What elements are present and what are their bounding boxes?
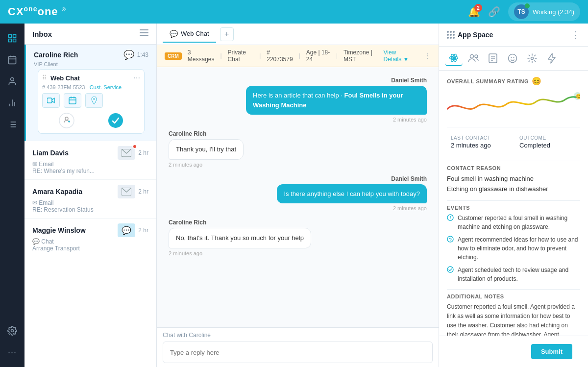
message-bubble-4: No, that's it. Thank you so much for you…	[169, 228, 311, 248]
inbox-menu-icon[interactable]	[140, 29, 148, 38]
mood-icon: 😊	[532, 76, 542, 86]
app-tab-atom[interactable]	[445, 50, 463, 66]
schedule-action[interactable]	[64, 93, 81, 108]
contact-time-maggie: 2 hr	[138, 227, 148, 234]
chat-tab-label: Web Chat	[181, 30, 209, 37]
message-bubble-3: Is there anything else I can help you wi…	[277, 184, 427, 204]
svg-rect-19	[140, 29, 148, 30]
event-item-1: Customer reported a foul smell in washin…	[447, 214, 580, 231]
sidebar-item-person[interactable]	[3, 73, 21, 90]
view-details-link[interactable]: View Details ▼	[384, 49, 415, 63]
inbox-item-amara[interactable]: Amara Kapadia 2 hr ✉ Email RE: Reservati…	[24, 180, 156, 219]
sidebar-item-list[interactable]	[3, 116, 21, 133]
event-text-1: Customer reported a foul smell in washin…	[458, 214, 580, 231]
sidebar-item-more[interactable]: ···	[3, 343, 21, 361]
top-nav: CXoneone ® 🔔 2 🔗 TS Working (2:34)	[0, 0, 588, 24]
message-sender-4: Caroline Rich	[169, 219, 206, 226]
contact-reason-section: CONTACT REASON Foul smell in washing mac…	[447, 165, 580, 195]
app-space-content: OVERALL SUMMARY RATING 😊	[439, 71, 588, 336]
message-sender-2: Caroline Rich	[169, 130, 206, 137]
event-icon-3	[447, 266, 454, 274]
chat-input-area: Chat with Caroline	[157, 327, 439, 367]
sidebar-item-calendar[interactable]	[3, 51, 21, 69]
video-action[interactable]	[42, 93, 60, 108]
link-button[interactable]: 🔗	[488, 6, 500, 18]
contact-subtitle-maggie: 💬 Chat	[32, 238, 148, 245]
messages-count: 3 Messages	[188, 49, 215, 63]
event-item-3: Agent scheduled tech to review usage and…	[447, 266, 580, 283]
svg-point-39	[470, 55, 474, 58]
app-tab-smile[interactable]	[504, 50, 521, 66]
sidebar-item-home[interactable]	[3, 29, 21, 47]
sub-contact-tag: Cust. Service	[90, 84, 122, 90]
web-chat-sub: ⠿ Web Chat ··· # 439-23FM-5523 Cust. Ser…	[38, 69, 145, 134]
contact-time-amara: 2 hr	[138, 188, 148, 195]
message-group-4: Caroline Rich No, that's it. Thank you s…	[169, 219, 427, 256]
agent-status[interactable]: TS Working (2:34)	[508, 2, 580, 21]
drag-handle: ⠿	[42, 74, 47, 81]
app-tab-lightning[interactable]	[543, 50, 561, 66]
app-space-tabs	[439, 47, 588, 71]
event-text-2: Agent recommended ideas for how to use a…	[458, 235, 580, 262]
summary-label: OVERALL SUMMARY RATING 😊	[447, 76, 580, 86]
case-number: # 22073579	[267, 49, 293, 63]
assign-button[interactable]	[49, 112, 84, 129]
contact-name-liam: Liam Davis	[32, 149, 69, 157]
svg-point-48	[531, 57, 534, 60]
sidebar-item-settings[interactable]	[3, 322, 21, 340]
message-bubble-2: Thank you, I'll try that	[169, 139, 244, 160]
crm-badge: CRM	[165, 52, 182, 60]
sidebar-item-chart[interactable]	[3, 94, 21, 112]
event-icon-2	[447, 236, 454, 244]
svg-point-55	[450, 240, 450, 241]
private-chat: Private Chat	[228, 49, 254, 63]
add-tab-button[interactable]: +	[220, 27, 234, 41]
chat-messages: Daniel Smith Here is an article that can…	[157, 67, 439, 327]
notification-button[interactable]: 🔔 2	[468, 6, 480, 18]
app-tab-people[interactable]	[465, 50, 482, 66]
event-item-2: Agent recommended ideas for how to use a…	[447, 235, 580, 262]
contact-message-maggie: Arrange Transport	[32, 245, 148, 252]
svg-point-28	[65, 117, 68, 120]
chat-area: 💬 Web Chat + CRM 3 Messages | Private Ch…	[157, 24, 439, 367]
chat-tab-icon: 💬	[170, 30, 178, 38]
divider-4	[447, 289, 580, 290]
submit-button[interactable]: Submit	[531, 344, 572, 359]
svg-rect-23	[69, 98, 76, 104]
app-space-more-icon[interactable]: ⋮	[571, 29, 580, 40]
chat-input[interactable]	[163, 342, 433, 363]
message-time-4: 2 minutes ago	[169, 250, 202, 256]
inbox-item-liam[interactable]: Liam Davis 2 hr ✉ Email RE: Where's my r…	[24, 141, 156, 180]
message-time-3: 2 minutes ago	[393, 205, 427, 211]
tab-webchat[interactable]: 💬 Web Chat	[163, 26, 216, 43]
inbox-panel: Inbox Caroline Rich 💬 1:43 VIP Client	[24, 24, 157, 367]
svg-point-47	[514, 57, 514, 58]
events-section: EVENTS Customer reported a foul smell in…	[447, 205, 580, 283]
chat-more-icon[interactable]: ⋮	[425, 52, 431, 59]
accept-button[interactable]	[98, 112, 133, 129]
contact-message-liam: RE: Where's my refun...	[32, 168, 148, 174]
outcome-card: OUTCOME Completed	[515, 131, 580, 153]
inbox-item-maggie[interactable]: Maggie Winslow 💬 2 hr 💬 Chat Arrange Tra…	[24, 219, 156, 257]
last-contact-card: LAST CONTACT 2 minutes ago	[447, 131, 512, 153]
summary-grid: LAST CONTACT 2 minutes ago OUTCOME Compl…	[447, 131, 580, 153]
app-space-footer: Submit	[439, 336, 588, 367]
notes-title: ADDITIONAL NOTES	[447, 294, 580, 299]
contact-time-caroline: 1:43	[137, 51, 148, 58]
svg-point-35	[453, 57, 455, 59]
message-time-2: 2 minutes ago	[169, 162, 202, 168]
app-tab-contact[interactable]	[484, 50, 502, 66]
outcome-label: OUTCOME	[519, 135, 576, 141]
avatar: TS	[514, 4, 529, 19]
chat-meta: CRM 3 Messages | Private Chat | # 220735…	[157, 45, 439, 67]
app-tab-settings[interactable]	[523, 50, 541, 66]
app-space-header: App Space ⋮	[439, 24, 588, 47]
sub-contact-more[interactable]: ···	[134, 73, 140, 82]
svg-text:😊: 😊	[576, 93, 580, 99]
location-action[interactable]	[85, 93, 103, 108]
svg-point-54	[447, 236, 453, 242]
message-group-2: Caroline Rich Thank you, I'll try that 2…	[169, 130, 427, 168]
sub-contact-bottom	[42, 112, 140, 129]
inbox-item-caroline[interactable]: Caroline Rich 💬 1:43 VIP Client ⠿ Web Ch…	[24, 45, 156, 141]
svg-rect-1	[13, 35, 16, 38]
